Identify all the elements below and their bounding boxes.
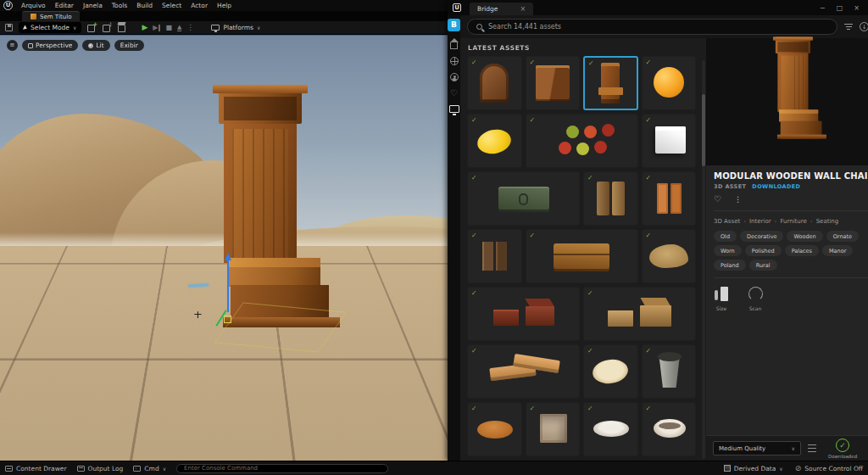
level-thumbnail-icon [31,14,36,20]
add-actor-icon[interactable] [87,24,97,31]
tag-pill[interactable]: Ornate [826,231,859,242]
tile-white-cube[interactable]: ✓ [642,114,697,168]
menu-item[interactable]: Build [136,2,153,9]
tile-white-bowl[interactable]: ✓ [642,402,697,456]
select-mode-button[interactable]: Select Mode ∨ [19,22,81,33]
source-control-button[interactable]: ⊘ Source Control Off [795,465,863,472]
account-icon[interactable] [450,73,459,81]
downloads-icon[interactable]: ↓ [860,22,868,31]
asset-thumbnail [645,234,693,278]
maximize-button[interactable]: □ [837,4,843,12]
derived-data-button[interactable]: Derived Data ∨ [724,465,783,472]
perspective-button[interactable]: Perspective [22,40,78,51]
save-icon[interactable] [5,24,13,31]
home-icon[interactable] [450,42,458,49]
tile-terracotta-plate[interactable]: ✓ [467,402,522,456]
unreal-logo-icon[interactable]: U [3,1,13,10]
tile-wooden-crates-open[interactable]: ✓ [583,287,696,341]
tag-pill[interactable]: Wooden [787,231,822,242]
breadcrumb-item[interactable]: Furniture [771,218,807,225]
content-drawer-button[interactable]: Content Drawer [5,465,67,472]
quality-select[interactable]: Medium Quality ∨ [713,441,801,455]
asset-thumbnail [534,234,629,278]
lit-mode-button[interactable]: Lit [82,40,109,51]
menu-item[interactable]: Help [217,2,231,9]
tag-pill[interactable]: Rural [749,260,777,271]
downloaded-button[interactable]: ✓ Downloaded [828,439,857,459]
blueprints-icon[interactable] [103,24,112,31]
tab-close-icon[interactable]: × [520,5,526,13]
close-button[interactable]: × [854,4,860,12]
cinematics-icon[interactable] [118,24,127,31]
menu-item[interactable]: Actor [191,2,208,9]
cmd-dropdown[interactable]: Cmd ∨ [133,465,166,472]
tag-pill[interactable]: Palaces [785,245,819,256]
show-menu-button[interactable]: Exibir [114,40,144,51]
tile-wooden-planks[interactable]: ✓ [467,344,580,399]
tag-pill[interactable]: Poland [714,260,746,271]
translate-gizmo[interactable] [219,260,244,336]
menu-item[interactable]: Select [162,2,181,9]
tile-wooden-cabinet[interactable]: ✓ [526,56,581,110]
breadcrumb-item[interactable]: Interior [740,218,771,225]
console-command-input[interactable] [176,464,388,473]
bridge-tab[interactable]: Bridge × [470,3,533,15]
tile-apples[interactable]: ✓ [526,114,638,168]
tag-pill[interactable]: Old [714,231,737,242]
filter-icon[interactable] [844,24,853,30]
eject-icon[interactable]: ▲ [177,25,181,31]
favorite-icon[interactable]: ♡ [714,195,721,204]
tag-pill[interactable]: Manor [822,245,853,256]
download-settings-icon[interactable] [808,444,816,453]
tile-modular-wooden-wall-chair[interactable]: ✓ [583,56,638,110]
browse-icon[interactable] [450,57,459,65]
menu-item[interactable]: Arquivo [21,2,46,9]
level-viewport[interactable]: + ≡ Perspective Lit Exibir [0,35,448,461]
tile-concrete-box[interactable]: ✓ [526,402,581,456]
tag-pill[interactable]: Decorative [740,231,783,242]
source-control-icon: ⊘ [795,465,802,472]
output-log-button[interactable]: Output Log [77,465,124,472]
play-options-icon[interactable]: ⋮ [186,24,193,31]
tile-red-chests-open[interactable]: ✓ [467,287,580,341]
tile-white-plate[interactable]: ✓ [583,402,638,456]
favorites-icon[interactable]: ♡ [450,89,458,98]
more-options-icon[interactable]: ⋮ [734,195,742,204]
breadcrumb-item[interactable]: 3D Asset [714,218,740,225]
skip-icon[interactable]: ▶ [153,25,160,31]
search-icon [476,24,482,30]
minimize-button[interactable]: − [820,4,826,12]
scrollbar-thumb[interactable] [702,94,705,166]
gizmo-z-axis[interactable] [227,260,229,312]
breadcrumb-item[interactable]: Seating [807,218,838,225]
level-tab[interactable]: Sem Título [22,11,80,21]
viewport-menu-icon[interactable]: ≡ [7,40,18,51]
tile-wood-slice[interactable]: ✓ [583,344,638,399]
gizmo-plane-handle[interactable] [224,316,231,323]
tile-firewood-logs[interactable]: ✓ [583,171,638,226]
platforms-button[interactable]: Platforms ∨ [211,24,260,31]
menu-item[interactable]: Janela [83,2,103,9]
search-input[interactable] [488,23,828,31]
menu-item[interactable]: Editar [55,2,74,9]
stop-icon[interactable]: ■ [165,25,172,31]
tile-lemon[interactable]: ✓ [467,114,522,168]
tag-pill[interactable]: Polished [745,245,782,256]
bridge-logo-icon[interactable]: B [448,19,460,31]
grid-scrollbar[interactable] [702,60,705,459]
sky-light-billboard[interactable] [107,248,190,292]
tile-wood-slab[interactable]: ✓ [642,229,697,283]
tile-old-books[interactable]: ✓ [467,229,522,283]
search-box[interactable] [467,19,837,35]
local-assets-icon[interactable] [449,105,459,113]
tile-stone-mortar[interactable]: ✓ [642,344,697,399]
tile-orange-books[interactable]: ✓ [642,171,697,226]
content-drawer-icon [5,466,13,472]
tag-pill[interactable]: Worn [714,245,742,256]
tile-wooden-arched-door[interactable]: ✓ [467,56,522,110]
tile-wooden-trunk[interactable]: ✓ [526,229,638,283]
tile-orange[interactable]: ✓ [642,56,697,110]
play-icon[interactable]: ▶ [142,24,147,31]
menu-item[interactable]: Tools [112,2,127,9]
tile-green-metal-chest[interactable]: ✓ [467,171,580,226]
